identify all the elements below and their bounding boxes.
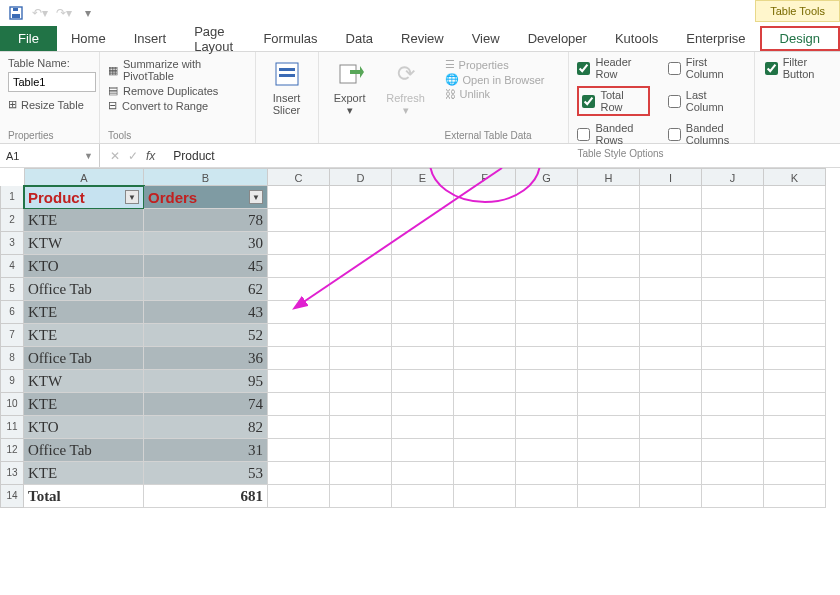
colhead-f[interactable]: F — [454, 168, 516, 186]
cell-empty[interactable] — [392, 370, 454, 393]
redo-icon[interactable]: ↷▾ — [54, 3, 74, 23]
cell-orders[interactable]: 45 — [144, 255, 268, 278]
cell-empty[interactable] — [640, 186, 702, 209]
cell-empty[interactable] — [640, 278, 702, 301]
cell-empty[interactable] — [392, 393, 454, 416]
cell-empty[interactable] — [702, 416, 764, 439]
cell-empty[interactable] — [764, 232, 826, 255]
cell-empty[interactable] — [640, 416, 702, 439]
cell-empty[interactable] — [454, 232, 516, 255]
tab-kutools[interactable]: Kutools — [601, 26, 672, 51]
cell-empty[interactable] — [516, 209, 578, 232]
cell-empty[interactable] — [516, 416, 578, 439]
cell-empty[interactable] — [268, 186, 330, 209]
cell-empty[interactable] — [392, 347, 454, 370]
rowhead[interactable]: 6 — [0, 301, 24, 324]
cell-empty[interactable] — [392, 209, 454, 232]
cell-empty[interactable] — [454, 186, 516, 209]
cell-empty[interactable] — [764, 439, 826, 462]
cell-empty[interactable] — [640, 462, 702, 485]
colhead-c[interactable]: C — [268, 168, 330, 186]
cell-orders[interactable]: 74 — [144, 393, 268, 416]
cell-empty[interactable] — [640, 439, 702, 462]
cell-empty[interactable] — [330, 416, 392, 439]
cell-empty[interactable] — [454, 347, 516, 370]
cell-empty[interactable] — [578, 209, 640, 232]
cell-empty[interactable] — [764, 186, 826, 209]
cell-empty[interactable] — [268, 439, 330, 462]
cell-empty[interactable] — [392, 324, 454, 347]
cell-empty[interactable] — [702, 370, 764, 393]
cell-empty[interactable] — [330, 186, 392, 209]
cell-empty[interactable] — [330, 301, 392, 324]
cell-empty[interactable] — [516, 439, 578, 462]
cell-empty[interactable] — [330, 347, 392, 370]
cell-product[interactable]: KTW — [24, 232, 144, 255]
cell-empty[interactable] — [764, 324, 826, 347]
cell-empty[interactable] — [392, 278, 454, 301]
cell-product[interactable]: KTE — [24, 462, 144, 485]
cell-orders[interactable]: 36 — [144, 347, 268, 370]
cell-empty[interactable] — [268, 416, 330, 439]
cell-empty[interactable] — [640, 232, 702, 255]
cell-empty[interactable] — [268, 324, 330, 347]
cell-product[interactable]: KTE — [24, 393, 144, 416]
cell-empty[interactable] — [702, 278, 764, 301]
cell-product[interactable]: Office Tab — [24, 278, 144, 301]
rowhead[interactable]: 3 — [0, 232, 24, 255]
cell-empty[interactable] — [268, 485, 330, 508]
cell-empty[interactable] — [578, 232, 640, 255]
cell-empty[interactable] — [516, 462, 578, 485]
cell-empty[interactable] — [578, 347, 640, 370]
cell-empty[interactable] — [578, 324, 640, 347]
cell-empty[interactable] — [516, 186, 578, 209]
chk-header-row[interactable]: Header Row — [577, 56, 649, 80]
cell-empty[interactable] — [578, 439, 640, 462]
refresh-button[interactable]: ⟳ Refresh▾ — [381, 58, 431, 116]
cell-empty[interactable] — [640, 301, 702, 324]
cell-orders[interactable]: 53 — [144, 462, 268, 485]
colhead-e[interactable]: E — [392, 168, 454, 186]
tab-data[interactable]: Data — [332, 26, 387, 51]
cell-product[interactable]: KTO — [24, 416, 144, 439]
cell-empty[interactable] — [764, 485, 826, 508]
cell-empty[interactable] — [330, 324, 392, 347]
cell-empty[interactable] — [268, 255, 330, 278]
cell-empty[interactable] — [454, 485, 516, 508]
cell-empty[interactable] — [330, 232, 392, 255]
cell-empty[interactable] — [330, 278, 392, 301]
cell-empty[interactable] — [516, 485, 578, 508]
cell-product[interactable]: KTE — [24, 209, 144, 232]
chk-last-column[interactable]: Last Column — [668, 86, 746, 116]
cell-empty[interactable] — [764, 370, 826, 393]
resize-table-button[interactable]: ⊞ Resize Table — [8, 98, 91, 111]
cell-product[interactable]: KTW — [24, 370, 144, 393]
cell-empty[interactable] — [392, 485, 454, 508]
cell-product[interactable]: Office Tab — [24, 347, 144, 370]
colhead-g[interactable]: G — [516, 168, 578, 186]
save-icon[interactable] — [6, 3, 26, 23]
cell-empty[interactable] — [392, 462, 454, 485]
cell-orders[interactable]: 62 — [144, 278, 268, 301]
cell-empty[interactable] — [764, 416, 826, 439]
cell-empty[interactable] — [330, 439, 392, 462]
rowhead[interactable]: 13 — [0, 462, 24, 485]
cell-empty[interactable] — [268, 232, 330, 255]
cell-empty[interactable] — [268, 347, 330, 370]
colhead-d[interactable]: D — [330, 168, 392, 186]
cell-empty[interactable] — [702, 347, 764, 370]
tab-enterprise[interactable]: Enterprise — [672, 26, 759, 51]
summarize-pivot-button[interactable]: ▦Summarize with PivotTable — [108, 58, 247, 82]
cell-empty[interactable] — [454, 393, 516, 416]
tab-page-layout[interactable]: Page Layout — [180, 26, 249, 51]
cell-orders[interactable]: 82 — [144, 416, 268, 439]
cell-empty[interactable] — [640, 370, 702, 393]
cell-empty[interactable] — [454, 462, 516, 485]
cell-empty[interactable] — [392, 255, 454, 278]
cell-empty[interactable] — [702, 324, 764, 347]
rowhead[interactable]: 12 — [0, 439, 24, 462]
cell-empty[interactable] — [640, 485, 702, 508]
cell-empty[interactable] — [392, 416, 454, 439]
table-header-orders[interactable]: Orders▼ — [144, 186, 268, 209]
cell-orders[interactable]: 30 — [144, 232, 268, 255]
